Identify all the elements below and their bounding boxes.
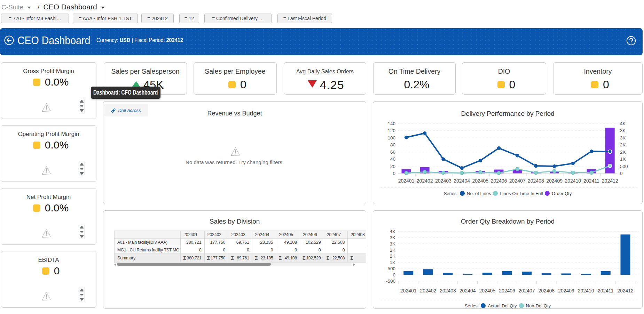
svg-text:202402: 202402 — [417, 178, 433, 184]
svg-text:202409: 202409 — [558, 288, 574, 293]
svg-text:202401: 202401 — [400, 288, 417, 293]
svg-text:202411: 202411 — [583, 178, 599, 184]
svg-text:202406: 202406 — [491, 178, 507, 184]
svg-text:3K: 3K — [620, 135, 626, 140]
svg-text:40: 40 — [390, 156, 395, 162]
svg-text:202401: 202401 — [398, 178, 415, 184]
svg-text:202412: 202412 — [617, 288, 634, 293]
svg-text:0: 0 — [620, 171, 623, 176]
svg-text:202405: 202405 — [472, 178, 488, 184]
svg-text:80: 80 — [390, 142, 395, 147]
svg-text:202404: 202404 — [460, 288, 476, 293]
svg-text:202404: 202404 — [454, 178, 470, 184]
svg-text:500: 500 — [387, 266, 395, 271]
svg-text:2K: 2K — [390, 253, 395, 259]
svg-text:202410: 202410 — [565, 178, 581, 184]
svg-text:500: 500 — [620, 164, 628, 169]
svg-text:202409: 202409 — [546, 178, 563, 184]
svg-text:3K: 3K — [390, 241, 395, 247]
svg-text:2K: 2K — [390, 248, 395, 253]
svg-text:202412: 202412 — [602, 178, 618, 184]
svg-text:202408: 202408 — [528, 178, 544, 184]
svg-text:140: 140 — [387, 121, 395, 126]
svg-text:202403: 202403 — [440, 288, 456, 293]
svg-text:202402: 202402 — [420, 288, 437, 293]
svg-text:202407: 202407 — [519, 288, 535, 293]
svg-text:202410: 202410 — [578, 288, 594, 293]
svg-text:202407: 202407 — [509, 178, 526, 184]
svg-text:0: 0 — [393, 272, 395, 277]
svg-text:60: 60 — [390, 150, 395, 155]
svg-text:202408: 202408 — [538, 288, 555, 293]
svg-text:20: 20 — [390, 164, 395, 169]
svg-text:3K: 3K — [390, 235, 395, 240]
svg-text:2K: 2K — [620, 150, 626, 155]
svg-text:2K: 2K — [620, 142, 626, 147]
svg-text:100: 100 — [387, 135, 395, 140]
svg-text:4K: 4K — [620, 121, 626, 126]
svg-text:202406: 202406 — [499, 288, 515, 293]
svg-text:0: 0 — [393, 171, 395, 176]
svg-text:202405: 202405 — [479, 288, 495, 293]
svg-text:1K: 1K — [390, 260, 395, 265]
svg-text:3K: 3K — [620, 128, 626, 133]
svg-text:-500: -500 — [386, 279, 395, 284]
svg-text:1K: 1K — [620, 156, 626, 162]
svg-text:202403: 202403 — [435, 178, 451, 184]
svg-text:202411: 202411 — [598, 288, 614, 293]
svg-text:120: 120 — [387, 128, 395, 133]
svg-text:4K: 4K — [390, 229, 395, 234]
